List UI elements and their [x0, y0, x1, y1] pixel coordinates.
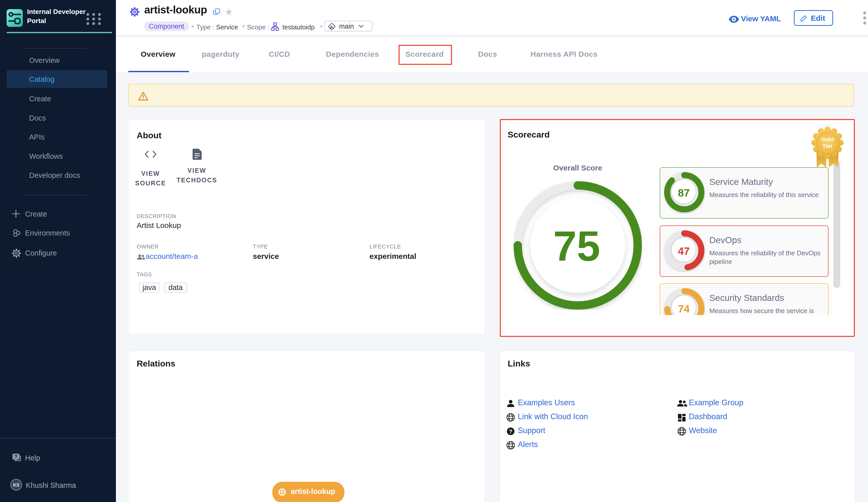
svg-text:Tier: Tier [823, 143, 833, 149]
svg-text:?: ? [509, 428, 512, 435]
svg-text:?: ? [15, 454, 18, 459]
svg-text:Gold: Gold [821, 136, 834, 143]
